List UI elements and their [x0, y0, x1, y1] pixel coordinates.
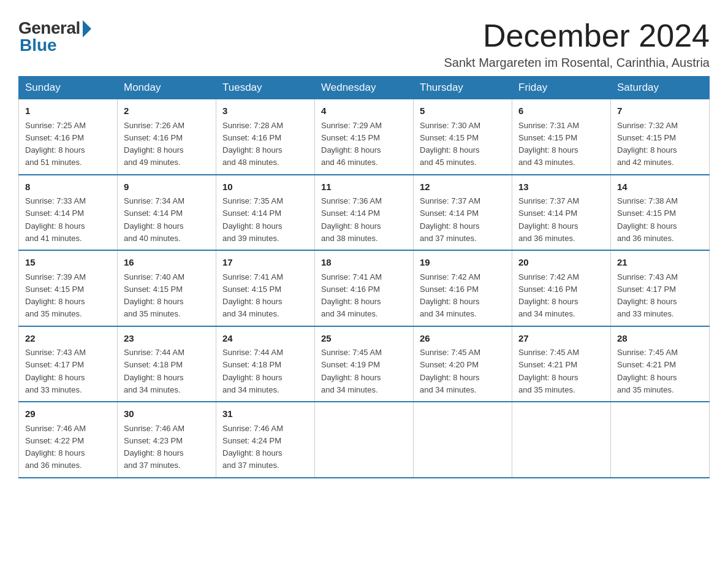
- day-number: 1: [25, 104, 111, 118]
- calendar-cell: [611, 402, 710, 478]
- day-number: 19: [420, 256, 506, 270]
- calendar-body: 1Sunrise: 7:25 AMSunset: 4:16 PMDaylight…: [19, 99, 710, 478]
- day-info: Sunrise: 7:28 AMSunset: 4:16 PMDaylight:…: [222, 121, 283, 167]
- day-info: Sunrise: 7:46 AMSunset: 4:22 PMDaylight:…: [25, 424, 86, 470]
- calendar-week-3: 15Sunrise: 7:39 AMSunset: 4:15 PMDayligh…: [19, 250, 710, 326]
- logo-blue-text: Blue: [20, 36, 57, 55]
- day-number: 10: [222, 180, 308, 194]
- calendar-cell: 28Sunrise: 7:45 AMSunset: 4:21 PMDayligh…: [611, 326, 710, 402]
- calendar-cell: 25Sunrise: 7:45 AMSunset: 4:19 PMDayligh…: [315, 326, 414, 402]
- calendar-cell: 26Sunrise: 7:45 AMSunset: 4:20 PMDayligh…: [414, 326, 512, 402]
- calendar-week-2: 8Sunrise: 7:33 AMSunset: 4:14 PMDaylight…: [19, 175, 710, 251]
- day-number: 22: [25, 332, 111, 346]
- calendar-cell: 12Sunrise: 7:37 AMSunset: 4:14 PMDayligh…: [414, 175, 512, 251]
- calendar-cell: 29Sunrise: 7:46 AMSunset: 4:22 PMDayligh…: [19, 402, 118, 478]
- calendar-cell: 22Sunrise: 7:43 AMSunset: 4:17 PMDayligh…: [19, 326, 118, 402]
- calendar-cell: 5Sunrise: 7:30 AMSunset: 4:15 PMDaylight…: [414, 99, 512, 175]
- page-header: General Blue December 2024 Sankt Margare…: [18, 18, 710, 70]
- calendar-cell: 23Sunrise: 7:44 AMSunset: 4:18 PMDayligh…: [118, 326, 216, 402]
- day-number: 28: [617, 332, 703, 346]
- calendar-cell: [315, 402, 414, 478]
- day-info: Sunrise: 7:40 AMSunset: 4:15 PMDaylight:…: [124, 272, 184, 319]
- calendar-cell: 19Sunrise: 7:42 AMSunset: 4:16 PMDayligh…: [414, 250, 512, 326]
- calendar-week-1: 1Sunrise: 7:25 AMSunset: 4:16 PMDaylight…: [19, 99, 710, 175]
- weekday-header-saturday: Saturday: [611, 77, 710, 99]
- day-info: Sunrise: 7:46 AMSunset: 4:23 PMDaylight:…: [124, 424, 184, 470]
- calendar-cell: 4Sunrise: 7:29 AMSunset: 4:15 PMDaylight…: [315, 99, 414, 175]
- calendar-cell: 18Sunrise: 7:41 AMSunset: 4:16 PMDayligh…: [315, 250, 414, 326]
- day-info: Sunrise: 7:32 AMSunset: 4:15 PMDaylight:…: [617, 121, 678, 167]
- day-info: Sunrise: 7:45 AMSunset: 4:20 PMDaylight:…: [420, 348, 480, 394]
- day-number: 9: [124, 180, 210, 194]
- calendar-cell: 9Sunrise: 7:34 AMSunset: 4:14 PMDaylight…: [118, 175, 216, 251]
- day-info: Sunrise: 7:45 AMSunset: 4:19 PMDaylight:…: [321, 348, 382, 394]
- day-info: Sunrise: 7:30 AMSunset: 4:15 PMDaylight:…: [420, 121, 480, 167]
- day-number: 29: [25, 407, 111, 421]
- day-number: 5: [420, 104, 506, 118]
- day-number: 14: [617, 180, 703, 194]
- day-number: 13: [518, 180, 604, 194]
- calendar-cell: [512, 402, 611, 478]
- day-number: 11: [321, 180, 407, 194]
- day-info: Sunrise: 7:34 AMSunset: 4:14 PMDaylight:…: [124, 196, 184, 243]
- weekday-header-tuesday: Tuesday: [216, 77, 315, 99]
- day-number: 21: [617, 256, 703, 270]
- calendar-cell: 16Sunrise: 7:40 AMSunset: 4:15 PMDayligh…: [118, 250, 216, 326]
- calendar-cell: 24Sunrise: 7:44 AMSunset: 4:18 PMDayligh…: [216, 326, 315, 402]
- day-number: 8: [25, 180, 111, 194]
- day-number: 25: [321, 332, 407, 346]
- day-info: Sunrise: 7:35 AMSunset: 4:14 PMDaylight:…: [222, 196, 283, 243]
- day-info: Sunrise: 7:37 AMSunset: 4:14 PMDaylight:…: [420, 196, 480, 243]
- day-number: 23: [124, 332, 210, 346]
- calendar-cell: 30Sunrise: 7:46 AMSunset: 4:23 PMDayligh…: [118, 402, 216, 478]
- day-info: Sunrise: 7:45 AMSunset: 4:21 PMDaylight:…: [617, 348, 678, 394]
- calendar-cell: 20Sunrise: 7:42 AMSunset: 4:16 PMDayligh…: [512, 250, 611, 326]
- day-info: Sunrise: 7:36 AMSunset: 4:14 PMDaylight:…: [321, 196, 382, 243]
- day-info: Sunrise: 7:41 AMSunset: 4:15 PMDaylight:…: [222, 272, 283, 319]
- calendar-cell: 21Sunrise: 7:43 AMSunset: 4:17 PMDayligh…: [611, 250, 710, 326]
- day-number: 3: [222, 104, 308, 118]
- day-number: 27: [518, 332, 604, 346]
- day-info: Sunrise: 7:25 AMSunset: 4:16 PMDaylight:…: [25, 121, 86, 167]
- day-info: Sunrise: 7:42 AMSunset: 4:16 PMDaylight:…: [420, 272, 480, 319]
- day-info: Sunrise: 7:26 AMSunset: 4:16 PMDaylight:…: [124, 121, 184, 167]
- day-number: 16: [124, 256, 210, 270]
- day-info: Sunrise: 7:44 AMSunset: 4:18 PMDaylight:…: [222, 348, 283, 394]
- calendar-cell: 17Sunrise: 7:41 AMSunset: 4:15 PMDayligh…: [216, 250, 315, 326]
- day-number: 2: [124, 104, 210, 118]
- day-number: 20: [518, 256, 604, 270]
- calendar-cell: 15Sunrise: 7:39 AMSunset: 4:15 PMDayligh…: [19, 250, 118, 326]
- day-number: 12: [420, 180, 506, 194]
- day-info: Sunrise: 7:45 AMSunset: 4:21 PMDaylight:…: [518, 348, 579, 394]
- calendar-cell: 2Sunrise: 7:26 AMSunset: 4:16 PMDaylight…: [118, 99, 216, 175]
- calendar-cell: 1Sunrise: 7:25 AMSunset: 4:16 PMDaylight…: [19, 99, 118, 175]
- calendar-week-5: 29Sunrise: 7:46 AMSunset: 4:22 PMDayligh…: [19, 402, 710, 478]
- day-info: Sunrise: 7:29 AMSunset: 4:15 PMDaylight:…: [321, 121, 382, 167]
- weekday-header-sunday: Sunday: [19, 77, 118, 99]
- day-number: 15: [25, 256, 111, 270]
- calendar-cell: 13Sunrise: 7:37 AMSunset: 4:14 PMDayligh…: [512, 175, 611, 251]
- weekday-header-thursday: Thursday: [414, 77, 512, 99]
- day-number: 6: [518, 104, 604, 118]
- calendar-table: SundayMondayTuesdayWednesdayThursdayFrid…: [18, 76, 710, 478]
- day-info: Sunrise: 7:43 AMSunset: 4:17 PMDaylight:…: [617, 272, 678, 319]
- day-info: Sunrise: 7:41 AMSunset: 4:16 PMDaylight:…: [321, 272, 382, 319]
- calendar-cell: [414, 402, 512, 478]
- calendar-cell: 10Sunrise: 7:35 AMSunset: 4:14 PMDayligh…: [216, 175, 315, 251]
- day-info: Sunrise: 7:38 AMSunset: 4:15 PMDaylight:…: [617, 196, 678, 243]
- calendar-cell: 14Sunrise: 7:38 AMSunset: 4:15 PMDayligh…: [611, 175, 710, 251]
- day-info: Sunrise: 7:46 AMSunset: 4:24 PMDaylight:…: [222, 424, 283, 470]
- weekday-header-friday: Friday: [512, 77, 611, 99]
- calendar-cell: 11Sunrise: 7:36 AMSunset: 4:14 PMDayligh…: [315, 175, 414, 251]
- calendar-cell: 8Sunrise: 7:33 AMSunset: 4:14 PMDaylight…: [19, 175, 118, 251]
- weekday-header-monday: Monday: [118, 77, 216, 99]
- day-number: 17: [222, 256, 308, 270]
- month-title: December 2024: [444, 18, 710, 53]
- title-area: December 2024 Sankt Margareten im Rosent…: [444, 18, 710, 70]
- day-number: 31: [222, 407, 308, 421]
- day-number: 7: [617, 104, 703, 118]
- day-info: Sunrise: 7:43 AMSunset: 4:17 PMDaylight:…: [25, 348, 86, 394]
- logo: General Blue: [18, 18, 91, 55]
- day-number: 24: [222, 332, 308, 346]
- day-info: Sunrise: 7:44 AMSunset: 4:18 PMDaylight:…: [124, 348, 184, 394]
